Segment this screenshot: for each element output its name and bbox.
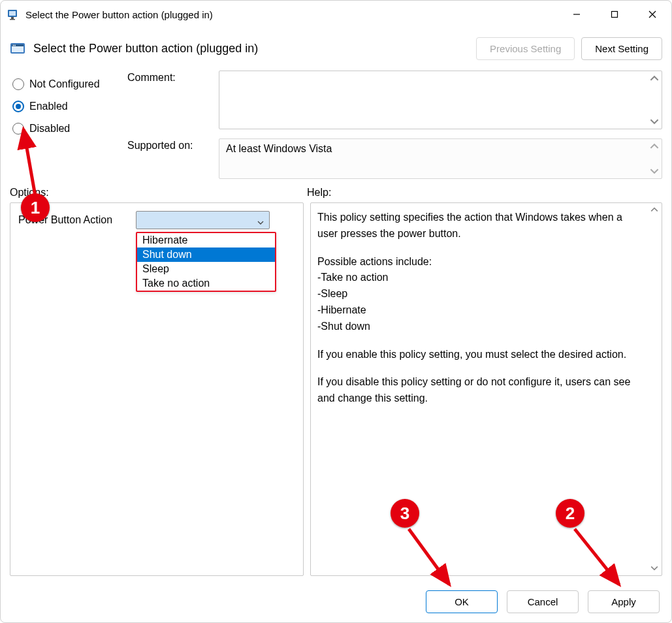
policy-icon: [10, 40, 27, 57]
radio-icon: [12, 78, 24, 90]
dropdown-item-hibernate[interactable]: Hibernate: [137, 233, 275, 248]
power-action-combo[interactable]: [136, 211, 270, 229]
svg-rect-5: [612, 12, 618, 18]
close-button[interactable]: [633, 1, 671, 28]
power-action-dropdown[interactable]: Hibernate Shut down Sleep Take no action: [136, 232, 276, 292]
next-setting-button[interactable]: Next Setting: [581, 37, 662, 60]
help-p4: If you disable this policy setting or do…: [317, 374, 643, 407]
help-p3: If you enable this policy setting, you m…: [317, 347, 643, 363]
app-icon: [7, 8, 20, 21]
subheader: Select the Power button action (plugged …: [1, 28, 671, 67]
radio-not-configured[interactable]: Not Configured: [12, 78, 127, 90]
scroll-down-icon[interactable]: [650, 167, 659, 176]
option-row: Power Button Action: [18, 211, 295, 229]
nav-buttons: Previous Setting Next Setting: [476, 37, 662, 60]
panes: Power Button Action Hibernate Shut down …: [1, 202, 671, 581]
chevron-down-icon: [257, 217, 264, 228]
scroll-up-icon[interactable]: [650, 204, 658, 216]
dropdown-item-noaction[interactable]: Take no action: [137, 276, 275, 291]
radio-icon: [12, 123, 24, 135]
comment-row: Comment:: [127, 71, 662, 129]
section-labels: Options: Help:: [1, 179, 671, 202]
window-title: Select the Power button action (plugged …: [25, 9, 558, 20]
scroll-up-icon[interactable]: [650, 74, 659, 83]
dropdown-item-sleep[interactable]: Sleep: [137, 262, 275, 276]
svg-rect-3: [10, 19, 15, 20]
help-text: This policy setting specifies the action…: [311, 203, 647, 575]
scroll-down-icon[interactable]: [650, 117, 659, 126]
help-p1: This policy setting specifies the action…: [317, 210, 643, 242]
supported-textbox: At least Windows Vista: [219, 138, 662, 179]
svg-rect-2: [11, 17, 14, 19]
help-l2: -Sleep: [317, 286, 643, 302]
radio-icon: [12, 101, 24, 112]
gpo-editor-window: Select the Power button action (plugged …: [0, 0, 672, 623]
window-controls: [558, 1, 671, 28]
radio-label: Not Configured: [29, 78, 100, 90]
state-radio-group: Not Configured Enabled Disabled: [10, 67, 127, 179]
fields-column: Comment: Supported on: At least Windows …: [127, 67, 662, 179]
radio-disabled[interactable]: Disabled: [12, 123, 127, 135]
svg-rect-1: [9, 11, 16, 16]
previous-setting-button[interactable]: Previous Setting: [476, 37, 575, 60]
dropdown-item-shutdown[interactable]: Shut down: [137, 248, 275, 262]
minimize-button[interactable]: [558, 1, 596, 28]
help-scrollbar[interactable]: [648, 204, 660, 574]
help-l4: -Shut down: [317, 319, 643, 335]
titlebar: Select the Power button action (plugged …: [1, 1, 671, 28]
dialog-footer: OK Cancel Apply: [1, 581, 671, 622]
help-label: Help:: [307, 187, 331, 199]
radio-enabled[interactable]: Enabled: [12, 101, 127, 112]
options-label: Options:: [10, 187, 307, 199]
upper-section: Not Configured Enabled Disabled Comment:: [1, 67, 671, 179]
radio-label: Disabled: [29, 123, 70, 135]
option-name: Power Button Action: [18, 214, 136, 226]
help-pane: This policy setting specifies the action…: [310, 202, 662, 576]
page-title: Select the Power button action (plugged …: [33, 42, 476, 56]
svg-point-11: [13, 44, 14, 46]
scroll-down-icon[interactable]: [650, 563, 658, 574]
radio-label: Enabled: [29, 101, 68, 112]
help-l3: -Hibernate: [317, 302, 643, 319]
maximize-button[interactable]: [596, 1, 633, 28]
ok-button[interactable]: OK: [426, 590, 498, 613]
apply-button[interactable]: Apply: [588, 590, 660, 613]
help-p2: Possible actions include:: [317, 254, 643, 270]
supported-label: Supported on:: [127, 138, 219, 179]
supported-value: At least Windows Vista: [226, 143, 332, 154]
scroll-up-icon[interactable]: [650, 142, 659, 151]
comment-textbox[interactable]: [219, 71, 662, 129]
comment-label: Comment:: [127, 71, 219, 129]
cancel-button[interactable]: Cancel: [507, 590, 579, 613]
help-l1: -Take no action: [317, 270, 643, 286]
supported-row: Supported on: At least Windows Vista: [127, 138, 662, 179]
options-pane: Power Button Action Hibernate Shut down …: [10, 202, 304, 576]
svg-point-12: [14, 44, 16, 46]
